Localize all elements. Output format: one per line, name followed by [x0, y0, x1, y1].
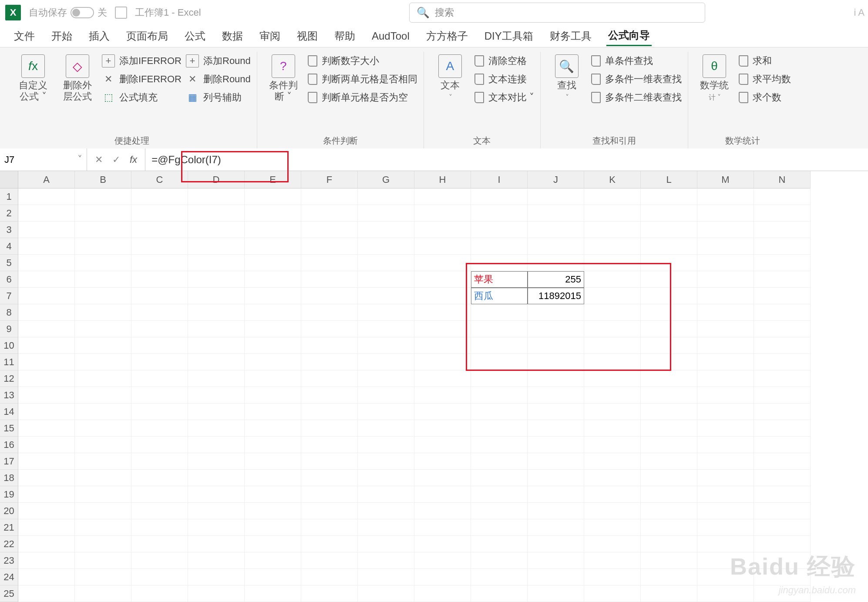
cell-B8[interactable] [75, 304, 131, 321]
cell-E3[interactable] [245, 222, 301, 238]
cell-A22[interactable] [18, 536, 75, 552]
multi-1d-lookup-button[interactable]: 多条件一维表查找 [591, 73, 682, 86]
add-round-button[interactable]: +添加Round [186, 54, 251, 67]
cell-J13[interactable] [528, 387, 584, 404]
cell-M7[interactable] [697, 288, 754, 304]
cell-G21[interactable] [358, 519, 414, 536]
remove-round-button[interactable]: ✕删除Round [186, 73, 251, 86]
cell-K4[interactable] [584, 238, 641, 255]
cell-L12[interactable] [641, 370, 697, 387]
row-header-23[interactable]: 23 [0, 552, 18, 569]
name-box[interactable]: J7 ˅ [0, 148, 87, 171]
cell-C22[interactable] [131, 536, 188, 552]
cell-E17[interactable] [245, 453, 301, 470]
cell-C1[interactable] [131, 188, 188, 205]
cell-N11[interactable] [754, 354, 811, 370]
column-header-J[interactable]: J [528, 171, 584, 188]
cell-J2[interactable] [528, 205, 584, 222]
cell-E13[interactable] [245, 387, 301, 404]
cell-G9[interactable] [358, 321, 414, 337]
clear-space-button[interactable]: 清除空格 [474, 54, 534, 67]
cell-A12[interactable] [18, 370, 75, 387]
cell-M6[interactable] [697, 271, 754, 288]
cell-A13[interactable] [18, 387, 75, 404]
cell-K13[interactable] [584, 387, 641, 404]
cell-N22[interactable] [754, 536, 811, 552]
cell-C13[interactable] [131, 387, 188, 404]
row-header-25[interactable]: 25 [0, 585, 18, 602]
cell-B11[interactable] [75, 354, 131, 370]
cell-K17[interactable] [584, 453, 641, 470]
cell-I25[interactable] [471, 585, 528, 602]
cell-D16[interactable] [188, 437, 245, 453]
cell-N6[interactable] [754, 271, 811, 288]
multi-2d-lookup-button[interactable]: 多条件二维表查找 [591, 91, 682, 104]
cell-J24[interactable] [528, 569, 584, 585]
cell-N1[interactable] [754, 188, 811, 205]
fx-icon[interactable]: fx [126, 154, 141, 165]
cell-E9[interactable] [245, 321, 301, 337]
cell-M25[interactable] [697, 585, 754, 602]
tab-DIY工具箱[interactable]: DIY工具箱 [483, 27, 535, 46]
cell-M3[interactable] [697, 222, 754, 238]
cell-B4[interactable] [75, 238, 131, 255]
cell-N21[interactable] [754, 519, 811, 536]
cell-A10[interactable] [18, 337, 75, 354]
cell-C20[interactable] [131, 503, 188, 519]
cell-L16[interactable] [641, 437, 697, 453]
row-header-20[interactable]: 20 [0, 503, 18, 519]
cell-M13[interactable] [697, 387, 754, 404]
cell-C7[interactable] [131, 288, 188, 304]
cell-K19[interactable] [584, 486, 641, 503]
cell-D22[interactable] [188, 536, 245, 552]
cell-J22[interactable] [528, 536, 584, 552]
cell-K22[interactable] [584, 536, 641, 552]
average-button[interactable]: 求平均数 [739, 73, 791, 86]
cell-M14[interactable] [697, 404, 754, 420]
cell-D1[interactable] [188, 188, 245, 205]
cell-J4[interactable] [528, 238, 584, 255]
cell-H19[interactable] [414, 486, 471, 503]
cell-B1[interactable] [75, 188, 131, 205]
cell-L14[interactable] [641, 404, 697, 420]
cell-N13[interactable] [754, 387, 811, 404]
cell-F17[interactable] [301, 453, 358, 470]
row-header-13[interactable]: 13 [0, 387, 18, 404]
cell-F23[interactable] [301, 552, 358, 569]
cell-H16[interactable] [414, 437, 471, 453]
cell-G4[interactable] [358, 238, 414, 255]
cell-F5[interactable] [301, 255, 358, 271]
cell-B15[interactable] [75, 420, 131, 437]
column-header-G[interactable]: G [358, 171, 414, 188]
cell-G5[interactable] [358, 255, 414, 271]
cell-J3[interactable] [528, 222, 584, 238]
cell-C10[interactable] [131, 337, 188, 354]
cell-A4[interactable] [18, 238, 75, 255]
cell-N3[interactable] [754, 222, 811, 238]
cancel-formula-button[interactable]: ✕ [91, 152, 106, 167]
cell-C19[interactable] [131, 486, 188, 503]
cell-F7[interactable] [301, 288, 358, 304]
cell-D12[interactable] [188, 370, 245, 387]
cell-L4[interactable] [641, 238, 697, 255]
cell-E2[interactable] [245, 205, 301, 222]
cell-L17[interactable] [641, 453, 697, 470]
cell-G15[interactable] [358, 420, 414, 437]
row-header-5[interactable]: 5 [0, 255, 18, 271]
cell-N24[interactable] [754, 569, 811, 585]
cell-K5[interactable] [584, 255, 641, 271]
cell-D9[interactable] [188, 321, 245, 337]
cell-I9[interactable] [471, 321, 528, 337]
cell-M8[interactable] [697, 304, 754, 321]
cell-K23[interactable] [584, 552, 641, 569]
cell-M2[interactable] [697, 205, 754, 222]
cell-I20[interactable] [471, 503, 528, 519]
cell-F11[interactable] [301, 354, 358, 370]
cell-A11[interactable] [18, 354, 75, 370]
cell-J21[interactable] [528, 519, 584, 536]
cell-E20[interactable] [245, 503, 301, 519]
cell-N7[interactable] [754, 288, 811, 304]
cell-I16[interactable] [471, 437, 528, 453]
cell-B16[interactable] [75, 437, 131, 453]
cell-N15[interactable] [754, 420, 811, 437]
